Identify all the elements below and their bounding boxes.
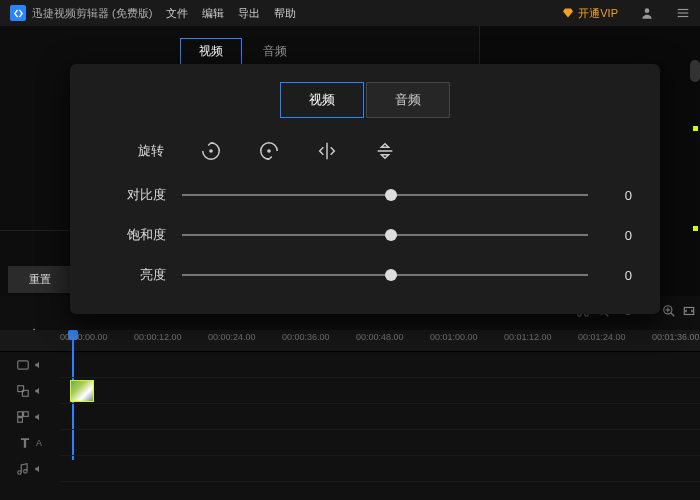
svg-point-0 <box>645 8 650 13</box>
time-mark: 00:01:00.00 <box>430 332 478 342</box>
menu-help[interactable]: 帮助 <box>274 6 296 21</box>
user-icon[interactable] <box>640 6 654 20</box>
saturation-label: 饱和度 <box>98 226 166 244</box>
contrast-thumb[interactable] <box>385 189 397 201</box>
brightness-row: 亮度 0 <box>98 266 632 284</box>
menu-export[interactable]: 导出 <box>238 6 260 21</box>
dialog-tab-video[interactable]: 视频 <box>280 82 364 118</box>
time-mark: 00:00:12.00 <box>134 332 182 342</box>
app-logo-icon <box>10 5 26 21</box>
svg-rect-2 <box>678 12 689 13</box>
saturation-value: 0 <box>604 228 632 243</box>
svg-rect-14 <box>18 412 23 417</box>
svg-rect-16 <box>18 418 23 423</box>
time-mark: 00:00:48.00 <box>356 332 404 342</box>
zoom-in-icon[interactable] <box>662 304 676 318</box>
track-row[interactable] <box>60 456 700 482</box>
svg-point-18 <box>268 150 270 152</box>
menu-file[interactable]: 文件 <box>166 6 188 21</box>
saturation-slider[interactable] <box>182 228 588 242</box>
diamond-icon <box>562 7 574 19</box>
rotate-ccw-icon[interactable] <box>200 140 222 162</box>
brightness-value: 0 <box>604 268 632 283</box>
contrast-slider[interactable] <box>182 188 588 202</box>
saturation-row: 饱和度 0 <box>98 226 632 244</box>
vip-button[interactable]: 开通VIP <box>562 6 618 21</box>
panel-tab-video[interactable]: 视频 <box>180 38 242 65</box>
scrollbar[interactable] <box>690 60 700 82</box>
tracks: A <box>0 352 700 482</box>
rotate-row: 旋转 <box>138 140 632 162</box>
zoom-fit-icon[interactable] <box>682 304 696 318</box>
svg-rect-1 <box>678 9 689 10</box>
menu-more-icon[interactable] <box>676 6 690 20</box>
svg-rect-11 <box>18 361 29 369</box>
rotate-label: 旋转 <box>138 142 164 160</box>
video-clip[interactable] <box>70 380 94 402</box>
panel-tabs: 视频 音频 <box>180 38 479 65</box>
contrast-label: 对比度 <box>98 186 166 204</box>
time-ruler[interactable]: 00:00:00.00 00:00:12.00 00:00:24.00 00:0… <box>0 330 700 352</box>
track-label-audio[interactable] <box>0 456 60 482</box>
track-row[interactable] <box>60 378 700 404</box>
track-row[interactable] <box>60 430 700 456</box>
track-labels: A <box>0 352 60 482</box>
dialog-tabs: 视频 音频 <box>98 82 632 118</box>
time-mark: 00:00:24.00 <box>208 332 256 342</box>
track-label-mosaic[interactable] <box>0 404 60 430</box>
time-mark: 00:00:36.00 <box>282 332 330 342</box>
time-mark: 00:01:36.00 <box>652 332 700 342</box>
panel-tab-audio[interactable]: 音频 <box>244 38 306 65</box>
rotate-cw-icon[interactable] <box>258 140 280 162</box>
track-area[interactable] <box>60 352 700 482</box>
flip-vertical-icon[interactable] <box>374 140 396 162</box>
time-mark: 00:00:00.00 <box>60 332 108 342</box>
track-row[interactable] <box>60 352 700 378</box>
vip-label: 开通VIP <box>578 6 618 21</box>
titlebar: 迅捷视频剪辑器 (免费版) 文件 编辑 导出 帮助 开通VIP <box>0 0 700 26</box>
flip-horizontal-icon[interactable] <box>316 140 338 162</box>
preview-handle-top[interactable] <box>693 126 698 131</box>
saturation-thumb[interactable] <box>385 229 397 241</box>
preview-handle-bottom[interactable] <box>693 226 698 231</box>
reset-button[interactable]: 重置 <box>8 266 72 293</box>
track-label-video[interactable] <box>0 352 60 378</box>
track-label-overlay[interactable] <box>0 378 60 404</box>
contrast-value: 0 <box>604 188 632 203</box>
dialog-tab-audio[interactable]: 音频 <box>366 82 450 118</box>
track-row[interactable] <box>60 404 700 430</box>
time-mark: 00:01:12.00 <box>504 332 552 342</box>
brightness-thumb[interactable] <box>385 269 397 281</box>
app-title: 迅捷视频剪辑器 (免费版) <box>32 6 152 21</box>
menu-edit[interactable]: 编辑 <box>202 6 224 21</box>
brightness-slider[interactable] <box>182 268 588 282</box>
svg-rect-15 <box>24 412 29 417</box>
timeline: 00:00:00.00 00:00:12.00 00:00:24.00 00:0… <box>0 330 700 500</box>
contrast-row: 对比度 0 <box>98 186 632 204</box>
svg-rect-3 <box>678 16 689 17</box>
adjust-dialog: 视频 音频 旋转 对比度 0 饱和度 0 亮度 <box>70 64 660 314</box>
time-mark: 00:01:24.00 <box>578 332 626 342</box>
track-label-text[interactable]: A <box>0 430 60 456</box>
brightness-label: 亮度 <box>98 266 166 284</box>
svg-point-17 <box>210 150 212 152</box>
